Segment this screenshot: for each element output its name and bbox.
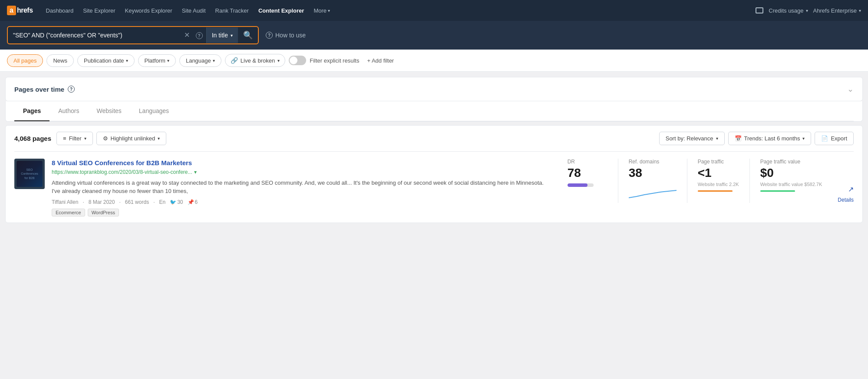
result-card: SEOConferencesfor B2B 8 Virtual SEO Conf…	[14, 151, 854, 216]
meta-dot2: ·	[119, 199, 120, 205]
export-button[interactable]: 📄 Export	[815, 132, 854, 145]
results-section: 4,068 pages ≡ Filter ▾ ⚙ Highlight unlin…	[5, 125, 863, 223]
highlight-chevron-icon: ▾	[158, 136, 160, 141]
trend-icon: ↗	[848, 185, 854, 193]
account-btn[interactable]: Ahrefs Enterprise ▾	[813, 7, 861, 14]
meta-dot3: ·	[153, 199, 155, 205]
nav-keywords-explorer[interactable]: Keywords Explorer	[121, 5, 177, 17]
add-filter-label: + Add filter	[367, 57, 394, 64]
sort-by-button[interactable]: Sort by: Relevance ▾	[659, 132, 725, 145]
account-chevron-icon: ▾	[859, 8, 861, 13]
nav-content-explorer[interactable]: Content Explorer	[254, 5, 308, 17]
twitter-count: 30	[177, 199, 183, 205]
live-broken-filter-btn[interactable]: 🔗 Live & broken ▾	[225, 54, 286, 67]
highlight-icon: ⚙	[103, 135, 108, 142]
results-count: 4,068 pages	[14, 135, 51, 142]
search-filter-dropdown[interactable]: In title ▾	[206, 27, 238, 43]
details-area: ↗ Details	[832, 159, 854, 203]
result-title[interactable]: 8 Virtual SEO Conferences for B2B Market…	[52, 159, 548, 167]
metric-dr: DR 78	[557, 159, 618, 203]
tab-websites[interactable]: Websites	[88, 101, 130, 121]
tab-authors[interactable]: Authors	[50, 101, 88, 121]
sort-by-label: Sort by: Relevance	[666, 135, 713, 142]
logo-a: a	[7, 6, 16, 15]
pages-over-time-title: Pages over time ?	[14, 86, 75, 93]
pot-title-text: Pages over time	[14, 86, 64, 93]
explicit-filter-toggle[interactable]	[289, 56, 306, 65]
export-label: Export	[831, 135, 847, 142]
result-meta: Tiffani Allen · 8 Mar 2020 · 661 words ·…	[52, 199, 548, 205]
tag-wordpress: WordPress	[88, 209, 119, 216]
search-box: ✕ ? In title ▾ 🔍	[7, 26, 259, 44]
publication-date-filter-btn[interactable]: Publication date ▾	[77, 54, 135, 67]
tag-ecommerce: Ecommerce	[52, 209, 85, 216]
page-traffic-value-value: $0	[760, 166, 822, 180]
dr-label: DR	[568, 159, 607, 165]
page-traffic-bar	[698, 190, 733, 192]
pinterest-count: 6	[195, 199, 198, 205]
search-filter-label: In title	[212, 32, 228, 39]
calendar-icon: 📅	[735, 135, 742, 142]
trends-label: Trends: Last 6 months	[744, 135, 800, 142]
nav-site-explorer[interactable]: Site Explorer	[79, 5, 119, 17]
result-url[interactable]: https://www.toprankblog.com/2020/03/8-vi…	[52, 169, 548, 175]
highlight-unlinked-button[interactable]: ⚙ Highlight unlinked ▾	[96, 132, 167, 145]
trends-button[interactable]: 📅 Trends: Last 6 months ▾	[728, 132, 812, 145]
tab-pages[interactable]: Pages	[14, 101, 50, 121]
nav-more[interactable]: More ▾	[309, 5, 334, 17]
add-filter-btn[interactable]: + Add filter	[363, 55, 398, 66]
dr-fill	[568, 183, 588, 187]
nav-site-audit[interactable]: Site Audit	[178, 5, 210, 17]
result-date: 8 Mar 2020	[89, 199, 115, 205]
page-traffic-value-label: Page traffic value	[760, 159, 822, 165]
platform-label: Platform	[145, 57, 165, 64]
nav-right: Credits usage ▾ Ahrefs Enterprise ▾	[756, 7, 861, 14]
search-submit-button[interactable]: 🔍	[238, 27, 258, 43]
how-to-use-help-icon: ?	[266, 32, 273, 39]
website-traffic-value-sub: Website traffic value $582.7K	[760, 182, 822, 187]
filter-bar: All pages News Publication date ▾ Platfo…	[0, 50, 868, 72]
how-to-use-btn[interactable]: ? How to use	[266, 32, 306, 39]
live-broken-label: Live & broken	[241, 57, 275, 64]
sort-chevron-icon: ▾	[716, 136, 718, 141]
metrics-area: DR 78 Ref. domains 38 Page traffic <1 We…	[557, 159, 854, 203]
search-help-button[interactable]: ?	[192, 31, 206, 40]
language-filter-btn[interactable]: Language ▾	[179, 54, 221, 67]
account-label: Ahrefs Enterprise	[813, 7, 857, 14]
result-lang: En	[159, 199, 165, 205]
search-section: ✕ ? In title ▾ 🔍 ? How to use	[0, 21, 868, 50]
all-pages-filter-btn[interactable]: All pages	[7, 54, 43, 67]
nav-rank-tracker[interactable]: Rank Tracker	[211, 5, 253, 17]
nav-links: Dashboard Site Explorer Keywords Explore…	[42, 5, 756, 17]
ref-domains-chart	[629, 183, 677, 200]
pages-over-time-section[interactable]: Pages over time ? ⌄	[5, 77, 863, 101]
pub-date-chevron-icon: ▾	[126, 58, 128, 63]
tab-languages[interactable]: Languages	[130, 101, 178, 121]
credits-usage-btn[interactable]: Credits usage ▾	[769, 7, 808, 14]
result-twitter: 🐦 30	[170, 199, 183, 205]
result-tags: Ecommerce WordPress	[52, 209, 548, 216]
platform-filter-btn[interactable]: Platform ▾	[138, 54, 176, 67]
top-navigation: a hrefs Dashboard Site Explorer Keywords…	[0, 0, 868, 21]
credits-usage-label: Credits usage	[769, 7, 803, 14]
search-clear-button[interactable]: ✕	[182, 32, 192, 39]
filter-btn-chevron-icon: ▾	[84, 136, 86, 141]
export-icon: 📄	[821, 135, 828, 142]
twitter-icon: 🐦	[170, 199, 176, 205]
filter-button[interactable]: ≡ Filter ▾	[56, 132, 92, 145]
collapse-chevron-icon: ⌄	[847, 84, 854, 94]
metric-page-traffic-value: Page traffic value $0 Website traffic va…	[749, 159, 833, 203]
pages-over-time-help-icon: ?	[68, 86, 75, 93]
details-button[interactable]: Details	[838, 197, 854, 203]
monitor-icon-btn[interactable]	[756, 7, 763, 13]
result-content: 8 Virtual SEO Conferences for B2B Market…	[52, 159, 548, 216]
nav-dashboard[interactable]: Dashboard	[42, 5, 78, 17]
news-filter-btn[interactable]: News	[46, 54, 74, 67]
trends-chevron-icon: ▾	[802, 136, 805, 141]
search-input[interactable]	[8, 27, 182, 43]
logo[interactable]: a hrefs	[7, 6, 33, 15]
metric-page-traffic: Page traffic <1 Website traffic 2.2K	[687, 159, 749, 203]
live-broken-icon: 🔗	[231, 57, 238, 64]
search-icon: 🔍	[243, 31, 253, 40]
url-text: https://www.toprankblog.com/2020/03/8-vi…	[52, 169, 192, 175]
